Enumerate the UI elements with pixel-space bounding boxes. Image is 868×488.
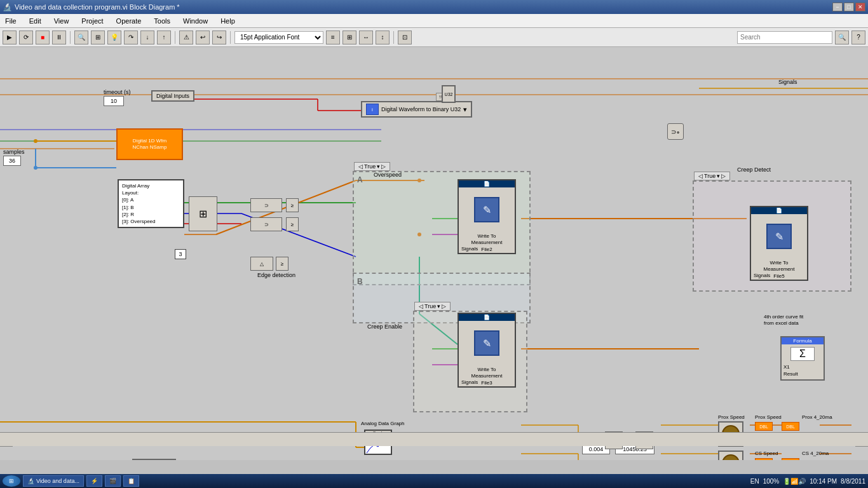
case-right-icon: ▷ (381, 163, 386, 170)
case-arrow-icon: ▾ (377, 163, 380, 170)
sep1 (70, 31, 71, 44)
undo-button[interactable]: ↩ (196, 30, 210, 44)
edge-detection-label: Edge detection (257, 272, 295, 278)
samples-label: samples (3, 149, 25, 155)
task-label-1: Video and data... (36, 478, 79, 484)
probe-button[interactable]: 🔍 (74, 30, 88, 44)
digital-array-block: Digital Array Layout: [0]: A [1]: B [2]:… (118, 179, 184, 228)
systray-icons: 🔋📶🔊 (783, 478, 806, 485)
cs-dbl-out: DBL (755, 458, 773, 460)
digital-array-2: [2]: R (122, 211, 180, 218)
case-right3-icon: ▷ (721, 173, 726, 179)
case-header-2: ◁ True ▾ ▷ (414, 302, 451, 311)
write-file2-glyph: ✎ (474, 197, 499, 222)
menu-item-window[interactable]: Window (180, 16, 210, 26)
sep2 (175, 31, 175, 44)
write-meas-file3-icon: ✎ (459, 321, 515, 365)
maximize-button[interactable]: □ (844, 3, 854, 11)
resize-button[interactable]: ↔ (359, 30, 373, 44)
case-sel3-icon: ◁ (698, 173, 703, 179)
menu-item-help[interactable]: Help (218, 16, 238, 26)
case-b-label: B (357, 277, 363, 286)
step-over-button[interactable]: ↷ (124, 30, 138, 44)
write-meas-file5-icon: ✎ (751, 214, 807, 259)
help-button[interactable]: ? (851, 30, 865, 44)
minimize-button[interactable]: − (832, 3, 843, 11)
search-button[interactable]: 🔍 (835, 30, 849, 44)
canvas-area: ◁ True ▾ ▷ A B ◁ True ▾ ▷ ◁ True (0, 47, 868, 460)
menu-item-operate[interactable]: Operate (114, 16, 144, 26)
task-item-4[interactable]: 📋 (123, 475, 139, 487)
cs-dbl-in: DBL (782, 458, 799, 460)
case-selector-icon: ◁ (358, 163, 363, 170)
prox-4-20ma-label: Prox 4_20ma (802, 414, 832, 420)
systray-zoom: 100% (763, 478, 780, 485)
step-out-button[interactable]: ↑ (157, 30, 171, 44)
write-meas-file2-block: 📄 ✎ Write ToMeasurementFile2 Signals (458, 179, 516, 254)
align-button[interactable]: ≡ (326, 30, 340, 44)
task-icon-1: 🔬 (27, 478, 34, 484)
digital-array-layout: Layout: (122, 189, 180, 196)
systray-time: 10:14 PM (810, 478, 837, 485)
run-cont-button[interactable]: ⟳ (19, 30, 33, 44)
samples-value[interactable]: 36 (3, 156, 21, 166)
dist-button[interactable]: ⊞ (342, 30, 356, 44)
toolbar: ▶ ⟳ ■ ⏸ 🔍 ⊞ 💡 ↷ ↓ ↑ ⚠ ↩ ↪ 15pt Applicati… (0, 28, 868, 47)
digital-waveform-label: Digital Waveform to Binary U32 (381, 106, 461, 112)
case-true2-label: True (424, 303, 436, 309)
array-glyph: ⊞ (199, 208, 207, 220)
font-selector[interactable]: 15pt Application Font (234, 31, 323, 44)
title-bar-controls[interactable]: − □ ✕ (832, 3, 865, 11)
menu-item-view[interactable]: View (51, 16, 72, 26)
timeout-value[interactable]: 10 (104, 96, 124, 106)
creep-enable-label: Creep Enable (367, 323, 402, 330)
menu-item-file[interactable]: File (3, 16, 19, 26)
window-title: Video and data collection program.vi Blo… (15, 3, 180, 11)
task-item-2[interactable]: ⚡ (86, 475, 102, 487)
run-button[interactable]: ▶ (3, 30, 17, 44)
write-file3-glyph: ✎ (474, 330, 499, 356)
creep-detect-label: Creep Detect (737, 166, 771, 173)
write-file3-signals-out: Signals (461, 379, 478, 385)
menu-item-project[interactable]: Project (79, 16, 105, 26)
sep3 (230, 31, 231, 44)
digital-waveform-binary-block[interactable]: i Digital Waveform to Binary U32 ▾ (361, 101, 472, 118)
title-bar: 🔬 Video and data collection program.vi B… (0, 0, 868, 14)
abort-button[interactable]: ■ (36, 30, 50, 44)
write-meas-file2-header: 📄 (459, 180, 515, 187)
cm-button[interactable]: ⊞ (91, 30, 105, 44)
write-file5-signals-out: Signals (754, 273, 770, 278)
case-sel2-icon: ◁ (419, 303, 423, 309)
task-item-3[interactable]: 🎬 (105, 475, 121, 487)
status-bar (0, 432, 868, 446)
digital-array-1: [1]: B (122, 204, 180, 211)
highlight-button[interactable]: 💡 (107, 30, 121, 44)
prox-speed-label: Prox Speed (755, 414, 782, 420)
write-meas-file5-header: 📄 (751, 207, 807, 214)
close-button[interactable]: ✕ (855, 3, 865, 11)
pause-button[interactable]: ⏸ (52, 30, 66, 44)
warn-button[interactable]: ⚠ (179, 30, 193, 44)
menu-item-tools[interactable]: Tools (151, 16, 173, 26)
systray-date: 8/8/2011 (841, 478, 865, 485)
timeout-text: timeout (s) (104, 89, 131, 95)
step-into-button[interactable]: ↓ (140, 30, 154, 44)
samples-section: samples 36 (3, 147, 25, 166)
search-input[interactable] (737, 31, 832, 44)
redo-button[interactable]: ↪ (212, 30, 226, 44)
menu-item-edit[interactable]: Edit (27, 16, 44, 26)
order-button[interactable]: ↕ (376, 30, 390, 44)
write-meas-file3-block: 📄 ✎ Write ToMeasurementFile3 Signals (458, 313, 516, 388)
digital-1d-wfm-label: Digital 1D WfmNChan NSamp (133, 138, 167, 151)
write-meas-file3-header: 📄 (459, 314, 515, 321)
prox-speed-header: Prox Speed (718, 414, 745, 420)
task-item-1[interactable]: 🔬 Video and data... (23, 475, 84, 487)
route-button[interactable]: ⊡ (398, 30, 412, 44)
start-button[interactable]: ⊞ (3, 475, 20, 487)
case-arrow2-icon: ▾ (437, 303, 440, 309)
cs-speed-icon (718, 451, 743, 460)
formula-block: Formula Σ X1 Result (780, 336, 825, 381)
case-header-3: ◁ True ▾ ▷ (694, 172, 730, 180)
diagram-canvas[interactable]: ◁ True ▾ ▷ A B ◁ True ▾ ▷ ◁ True (0, 47, 868, 460)
write-meas-file2-icon: ✎ (459, 187, 515, 232)
